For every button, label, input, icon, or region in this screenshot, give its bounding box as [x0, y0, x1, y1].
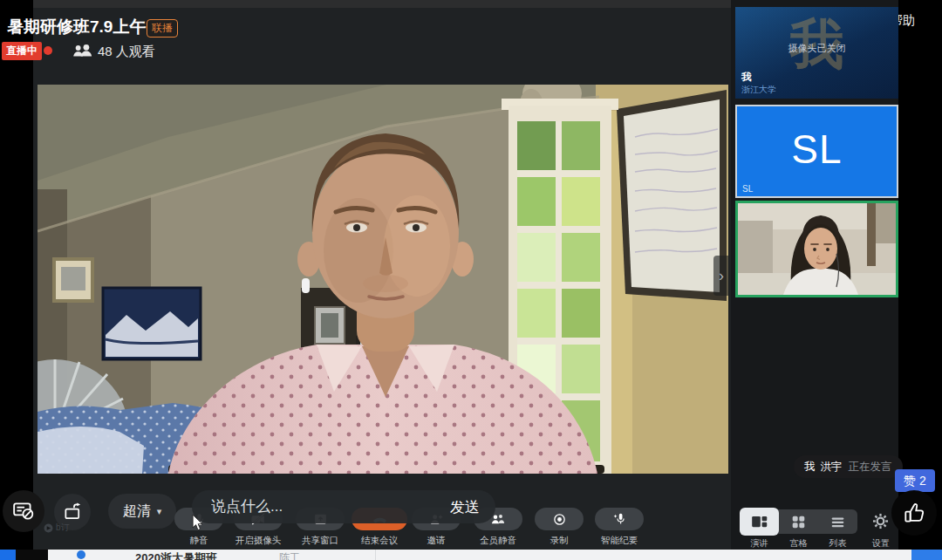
- main-video[interactable]: [38, 85, 728, 474]
- view-grid-button[interactable]: [779, 509, 818, 534]
- record-icon: [552, 512, 567, 527]
- quality-label: 超清: [123, 502, 151, 521]
- quality-selector[interactable]: 超清 ▾: [108, 494, 176, 529]
- settings-button[interactable]: [872, 513, 889, 533]
- relay-badge: 联播: [147, 19, 178, 38]
- background-window-participant: 陈工: [279, 550, 300, 560]
- watermark-logo-icon: [44, 523, 53, 533]
- sidebar-collapse-handle[interactable]: ›: [713, 256, 729, 296]
- participant-tile-me[interactable]: 我 摄像头已关闭 我 浙江大学: [735, 7, 898, 99]
- view-list-button[interactable]: [818, 509, 857, 534]
- smart-notes-button[interactable]: 智能纪要: [595, 508, 644, 547]
- view-switcher-labels: 演讲 宫格 列表: [740, 537, 857, 550]
- chevron-down-icon: ▾: [157, 506, 162, 517]
- viewer-count: 48 人观看: [98, 44, 155, 60]
- viewers-icon: [72, 43, 92, 61]
- camera-off-status: 摄像头已关闭: [735, 42, 898, 55]
- mouse-cursor: [191, 515, 204, 531]
- view-switcher: [740, 509, 857, 534]
- right-black-strip: [898, 0, 942, 550]
- list-view-icon: [830, 515, 845, 529]
- thumbs-up-icon: [902, 502, 926, 524]
- smart-notes-icon: [612, 512, 627, 527]
- taskbar-dark: [16, 550, 48, 560]
- participant-org: 浙江大学: [741, 84, 776, 96]
- speaking-status: 正在发言: [849, 461, 892, 473]
- participant-name: 我: [741, 71, 752, 84]
- flip-screen-icon: [63, 502, 83, 522]
- participant-tile-speaking[interactable]: [735, 201, 898, 297]
- participant-video: [738, 203, 896, 295]
- chevron-right-icon: ›: [719, 267, 724, 285]
- send-button[interactable]: 发送: [441, 497, 495, 517]
- speaker-name: 洪宇: [821, 461, 843, 473]
- gear-icon: [872, 513, 889, 529]
- stream-watermark: b订: [44, 522, 70, 534]
- taskbar-blue-right: [911, 550, 942, 560]
- grid-view-icon: [791, 515, 806, 529]
- stream-title: 暑期研修班7.9上午: [7, 16, 146, 38]
- like-button[interactable]: [891, 490, 937, 536]
- view-speaker-button[interactable]: [740, 508, 779, 536]
- speaking-indicator: 我洪宇正在发言: [794, 455, 903, 478]
- speaking-prefix: 我: [804, 461, 816, 473]
- participant-name: SL: [742, 184, 753, 194]
- participant-tile-sl[interactable]: SL SL: [735, 105, 898, 198]
- taskbar-blue-left: [0, 550, 16, 560]
- window-divider: [375, 550, 376, 560]
- background-window[interactable]: 2020浙大暑期班 陈工: [48, 550, 911, 560]
- record-button[interactable]: 录制: [535, 508, 584, 547]
- left-black-strip: [0, 0, 33, 550]
- window-app-icon: [77, 550, 85, 559]
- background-window-title: 2020浙大暑期班: [135, 550, 217, 560]
- settings-label: 设置: [864, 537, 898, 550]
- danmaku-off-icon: [12, 500, 35, 522]
- chat-input-pill: 发送: [192, 490, 495, 523]
- live-dot: [44, 46, 52, 55]
- meeting-app-window: 暑期研修班7.9上午 联播 直播中 48 人观看 帮助: [0, 0, 942, 560]
- live-badge: 直播中: [2, 42, 42, 60]
- like-count-badge[interactable]: 赞 2: [895, 469, 935, 492]
- participant-initials: SL: [737, 126, 897, 173]
- background-window-strip: 2020浙大暑期班 陈工: [0, 550, 942, 560]
- chat-input[interactable]: [192, 498, 441, 516]
- speaker-video-scene: [38, 85, 728, 474]
- danmaku-toggle-button[interactable]: [3, 490, 44, 532]
- speaker-view-icon: [750, 514, 768, 529]
